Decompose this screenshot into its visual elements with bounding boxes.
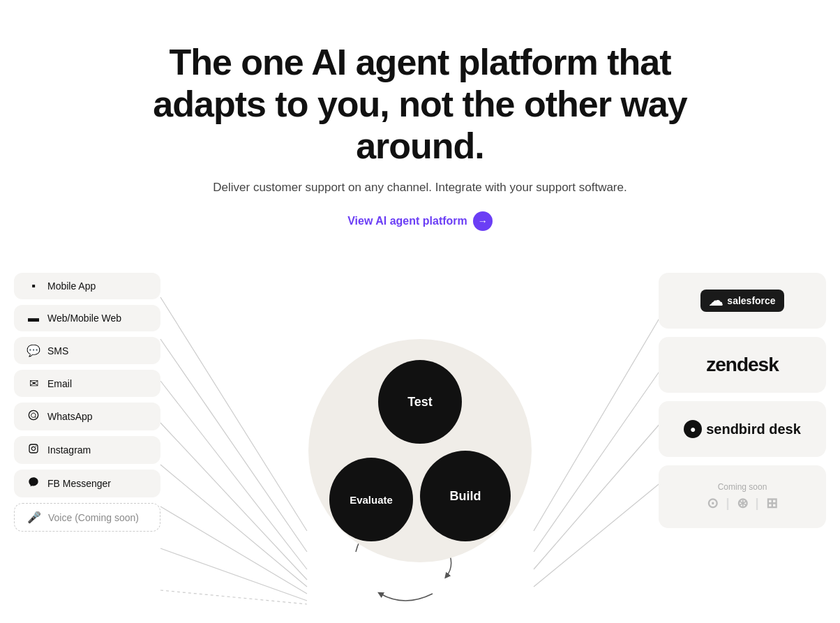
- hero-title: The one AI agent platform that adapts to…: [141, 42, 699, 167]
- channel-sms-label: SMS: [47, 345, 68, 356]
- integration-zendesk[interactable]: zendesk: [659, 337, 826, 393]
- outer-circle: Test Evaluate Build: [308, 339, 532, 562]
- email-icon: ✉: [27, 377, 40, 390]
- channel-sms[interactable]: 💬 SMS: [14, 337, 160, 364]
- diagram-section: ▪ Mobile App ▬ Web/Mobile Web 💬 SMS ✉ Em…: [0, 259, 840, 623]
- channel-mobile-app[interactable]: ▪ Mobile App: [14, 273, 160, 299]
- hero-subtitle: Deliver customer support on any channel.…: [70, 181, 770, 195]
- sendbird-desk-logo: ● sendbird desk: [684, 420, 801, 438]
- channel-whatsapp[interactable]: WhatsApp: [14, 403, 160, 430]
- svg-line-7: [160, 590, 307, 604]
- channel-whatsapp-label: WhatsApp: [47, 411, 93, 422]
- integration-coming-soon: Coming soon ⊙ | ⊛ | ⊞: [659, 465, 826, 528]
- intercom-icon: ⊞: [766, 495, 778, 511]
- salesforce-label: salesforce: [727, 295, 775, 306]
- sf-cloud-icon: ☁: [709, 292, 723, 309]
- channel-fb-messenger[interactable]: FB Messenger: [14, 470, 160, 497]
- cta-button[interactable]: View AI agent platform →: [347, 211, 493, 231]
- hero-section: The one AI agent platform that adapts to…: [0, 28, 840, 252]
- channel-instagram[interactable]: Instagram: [14, 436, 160, 464]
- cta-label: View AI agent platform: [347, 215, 467, 227]
- channel-fb-messenger-label: FB Messenger: [47, 478, 111, 489]
- channel-mobile-app-label: Mobile App: [47, 280, 96, 292]
- zendesk-label: zendesk: [706, 354, 779, 376]
- svg-line-2: [160, 381, 307, 569]
- left-channels: ▪ Mobile App ▬ Web/Mobile Web 💬 SMS ✉ Em…: [14, 273, 160, 532]
- integration-sendbird-desk[interactable]: ● sendbird desk: [659, 401, 826, 457]
- svg-line-8: [534, 301, 670, 531]
- fb-messenger-icon: [27, 476, 40, 490]
- mobile-app-icon: ▪: [27, 280, 40, 292]
- center-diagram: Test Evaluate Build: [308, 339, 532, 562]
- channel-instagram-label: Instagram: [47, 444, 91, 456]
- right-integrations: ☁ salesforce zendesk ● sendbird desk Com…: [659, 273, 826, 528]
- hubspot2-icon: ⊛: [737, 495, 749, 511]
- svg-rect-13: [29, 444, 38, 453]
- svg-line-0: [160, 297, 307, 531]
- svg-point-12: [29, 411, 38, 420]
- channel-email-label: Email: [47, 378, 72, 389]
- coming-soon-icons: ⊙ | ⊛ | ⊞: [707, 495, 777, 511]
- channel-voice[interactable]: 🎤 Voice (Coming soon): [14, 503, 160, 532]
- sendbird-mark: ●: [684, 420, 702, 438]
- svg-point-14: [31, 447, 35, 451]
- icon-divider-2: |: [756, 496, 759, 511]
- svg-line-1: [160, 339, 307, 552]
- svg-line-3: [160, 423, 307, 580]
- svg-line-4: [160, 465, 307, 587]
- svg-line-10: [534, 412, 670, 569]
- channel-email[interactable]: ✉ Email: [14, 370, 160, 397]
- cta-arrow-icon: →: [473, 211, 493, 231]
- salesforce-logo: ☁ salesforce: [700, 290, 783, 312]
- sms-icon: 💬: [27, 344, 40, 357]
- sendbird-desk-label: sendbird desk: [706, 421, 801, 437]
- node-evaluate: Evaluate: [329, 458, 413, 541]
- channel-web-mobile[interactable]: ▬ Web/Mobile Web: [14, 305, 160, 331]
- voice-icon: 🎤: [27, 511, 41, 524]
- svg-line-5: [160, 506, 307, 594]
- node-build: Build: [420, 451, 511, 541]
- node-test: Test: [378, 360, 462, 444]
- page-wrapper: The one AI agent platform that adapts to…: [0, 0, 840, 623]
- inner-nodes: Test Evaluate Build: [329, 360, 511, 541]
- web-mobile-icon: ▬: [27, 312, 40, 324]
- icon-divider-1: |: [726, 496, 729, 511]
- coming-soon-label: Coming soon: [718, 482, 767, 492]
- channel-voice-label: Voice (Coming soon): [48, 512, 139, 523]
- whatsapp-icon: [27, 410, 40, 423]
- svg-point-15: [36, 446, 36, 446]
- integration-salesforce[interactable]: ☁ salesforce: [659, 273, 826, 329]
- svg-line-9: [534, 356, 670, 552]
- channel-web-mobile-label: Web/Mobile Web: [47, 313, 121, 324]
- hubspot-icon: ⊙: [707, 495, 719, 511]
- svg-line-11: [534, 475, 670, 587]
- svg-line-6: [160, 548, 307, 601]
- instagram-icon: [27, 443, 40, 457]
